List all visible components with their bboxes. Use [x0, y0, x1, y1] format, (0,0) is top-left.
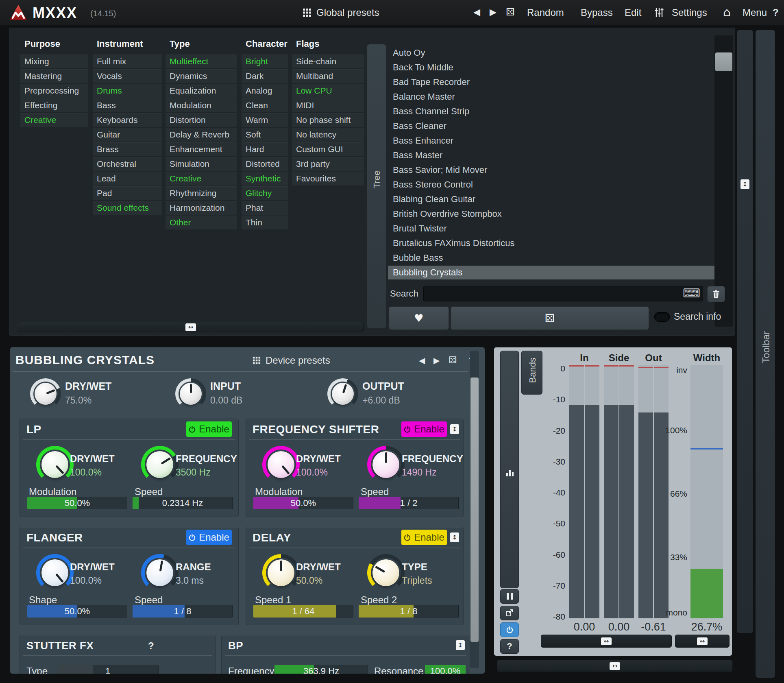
module-slider-shape[interactable]: 50.0% — [27, 605, 127, 618]
category-item[interactable]: Hard — [242, 142, 288, 156]
category-item[interactable]: Dark — [242, 69, 288, 83]
menu-button[interactable]: Menu — [743, 7, 767, 18]
category-item[interactable]: Enhancement — [166, 142, 237, 156]
preset-item[interactable]: Bass Savior; Mid Mover — [388, 163, 714, 177]
clear-search-button[interactable] — [707, 286, 725, 302]
device-next-icon[interactable]: ▶ — [433, 356, 440, 365]
device-scroll-thumb[interactable] — [470, 378, 479, 642]
browser-resize-handle[interactable]: ↔ — [18, 322, 364, 332]
settings-sliders-icon[interactable] — [654, 7, 664, 18]
category-item[interactable]: Thin — [242, 216, 288, 229]
preset-item[interactable]: Bad Tape Recorder — [388, 75, 714, 89]
preset-item[interactable]: Auto Oy — [388, 46, 714, 60]
module-knob-type[interactable] — [367, 554, 405, 591]
preset-item[interactable]: Balance Master — [388, 90, 714, 104]
preset-item[interactable]: Brutal Twister — [388, 222, 714, 236]
bypass-button[interactable]: Bypass — [581, 7, 613, 18]
module-slider-modulation[interactable]: 50.0% — [27, 497, 127, 509]
meter-power-button[interactable] — [500, 622, 519, 637]
random-preset-button[interactable]: ⚄ — [451, 306, 649, 330]
favourite-button[interactable]: ♥ — [389, 306, 449, 330]
next-preset-icon[interactable]: ▶ — [490, 7, 497, 17]
category-item[interactable]: No phase shift — [292, 113, 364, 127]
device-dice-icon[interactable]: ⚄ — [449, 355, 457, 365]
category-item[interactable]: Brass — [93, 142, 162, 156]
preset-item-selected[interactable]: Bubbling Crystals — [388, 266, 714, 279]
category-item[interactable]: Pad — [93, 186, 162, 200]
module-slider-speed[interactable]: 1 / 8 — [133, 605, 233, 618]
category-item[interactable]: Other — [166, 216, 237, 229]
module-knob-dry-wet[interactable] — [262, 446, 300, 483]
preset-item[interactable]: Bass Cleaner — [388, 119, 714, 133]
category-item[interactable]: Modulation — [166, 98, 237, 112]
category-item[interactable]: Creative — [20, 113, 88, 127]
category-item[interactable]: Lead — [93, 172, 162, 185]
category-item[interactable]: Multiband — [292, 69, 364, 83]
category-item[interactable]: Custom GUI — [292, 142, 364, 156]
preset-item[interactable]: Bubble Bass — [388, 251, 714, 265]
main-knob-input[interactable] — [175, 378, 206, 409]
module-help-button[interactable]: ? — [148, 640, 154, 652]
category-item[interactable]: Phat — [242, 201, 288, 215]
edit-button[interactable]: Edit — [625, 7, 641, 18]
device-scrollbar[interactable] — [470, 351, 479, 668]
preset-item[interactable]: British Overdrive Stompbox — [388, 207, 714, 221]
search-input[interactable] — [423, 286, 703, 301]
module-knob-frequency[interactable] — [367, 446, 405, 483]
onscreen-keyboard-icon[interactable]: ⌨ — [683, 286, 700, 300]
category-item[interactable]: Effecting — [20, 98, 88, 112]
settings-button[interactable]: Settings — [672, 7, 707, 18]
meter-resize-handle-right[interactable]: ↔ — [675, 635, 730, 648]
preset-item[interactable]: Bass Enhancer — [388, 134, 714, 148]
category-item[interactable]: Side-chain — [292, 55, 364, 68]
panel-resize-handle-bottom[interactable]: ↔ — [497, 660, 733, 672]
module-knob-range[interactable] — [141, 554, 179, 591]
tree-tab[interactable]: Tree — [367, 44, 386, 328]
main-knob-output[interactable] — [327, 378, 358, 409]
help-button[interactable]: ? — [773, 7, 779, 18]
category-item[interactable]: Rhythmizing — [166, 186, 237, 200]
category-item[interactable]: Synthetic — [242, 172, 288, 185]
random-button[interactable]: Random — [527, 7, 564, 18]
module-knob-frequency[interactable] — [141, 446, 179, 483]
meter-help-button[interactable]: ? — [500, 639, 519, 654]
category-item[interactable]: Bright — [242, 55, 288, 68]
category-item[interactable]: Multieffect — [166, 55, 237, 68]
module-slider-speed[interactable]: 1 / 2 — [359, 497, 459, 509]
category-item[interactable]: Harmonization — [166, 201, 237, 215]
category-item[interactable]: MIDI — [292, 98, 364, 112]
meter-resize-handle-left[interactable]: ↔ — [541, 635, 672, 648]
pause-button[interactable] — [500, 589, 519, 604]
preset-list-scrollbar[interactable] — [714, 35, 733, 327]
category-item[interactable]: Soft — [242, 128, 288, 142]
preset-item[interactable]: Back To Middle — [388, 61, 714, 74]
category-item[interactable]: Full mix — [93, 55, 162, 68]
category-item[interactable]: Simulation — [166, 157, 237, 171]
search-info-toggle[interactable] — [654, 312, 670, 322]
preset-item[interactable]: Bass Channel Strip — [388, 105, 714, 118]
preset-item[interactable]: Bass Stereo Control — [388, 178, 714, 192]
preset-item[interactable]: Bass Master — [388, 148, 714, 162]
category-item[interactable]: Dynamics — [166, 69, 237, 83]
module-knob-dry-wet[interactable] — [262, 554, 300, 591]
device-presets-button[interactable]: Device presets — [266, 355, 330, 366]
module-slider-resonance[interactable]: 100.0% — [425, 665, 466, 674]
module-expand-icon[interactable]: ↕ — [450, 424, 459, 434]
category-item[interactable]: Low CPU — [292, 84, 364, 98]
category-item[interactable]: Preprocessing — [20, 84, 88, 98]
category-item[interactable]: Keyboards — [93, 113, 162, 127]
toolbar-tab[interactable]: Toolbar — [756, 30, 775, 678]
random-preset-dice-icon[interactable]: ⚄ — [506, 6, 515, 18]
category-item[interactable]: Clean — [242, 98, 288, 112]
side-resize-strip[interactable]: ↕ — [737, 30, 753, 633]
module-expand-icon[interactable]: ↕ — [450, 532, 459, 542]
category-item[interactable]: Delay & Reverb — [166, 128, 237, 142]
category-item[interactable]: Glitchy — [242, 186, 288, 200]
module-slider-type[interactable]: 1 — [57, 665, 159, 674]
module-knob-dry-wet[interactable] — [36, 554, 74, 591]
category-item[interactable]: Mixing — [20, 55, 88, 68]
category-item[interactable]: Orchestral — [93, 157, 162, 171]
category-item[interactable]: 3rd party — [292, 157, 364, 171]
category-item[interactable]: Bass — [93, 98, 162, 112]
category-item[interactable]: Distorted — [242, 157, 288, 171]
